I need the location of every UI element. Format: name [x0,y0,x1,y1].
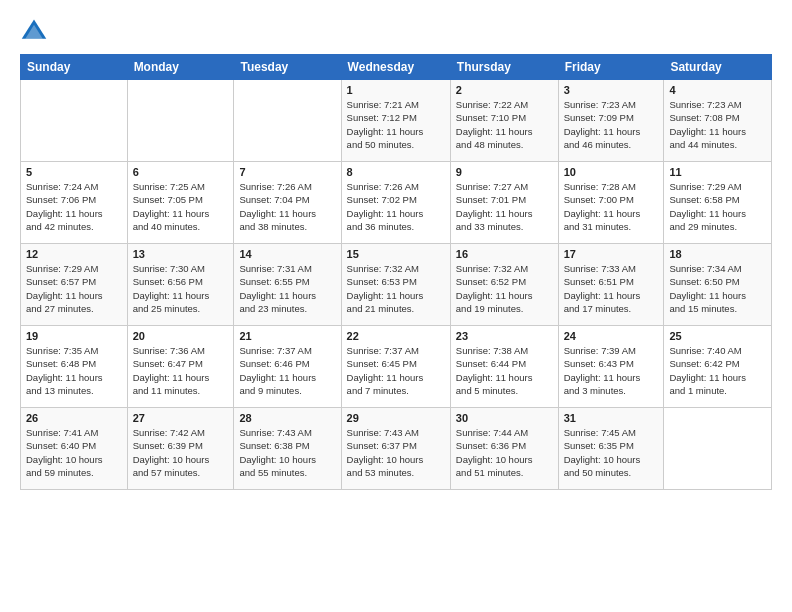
day-number: 19 [26,330,122,342]
day-info: Sunrise: 7:36 AM Sunset: 6:47 PM Dayligh… [133,344,229,397]
calendar-cell: 26Sunrise: 7:41 AM Sunset: 6:40 PM Dayli… [21,408,128,490]
calendar-cell: 29Sunrise: 7:43 AM Sunset: 6:37 PM Dayli… [341,408,450,490]
day-info: Sunrise: 7:38 AM Sunset: 6:44 PM Dayligh… [456,344,553,397]
week-row-2: 5Sunrise: 7:24 AM Sunset: 7:06 PM Daylig… [21,162,772,244]
day-info: Sunrise: 7:24 AM Sunset: 7:06 PM Dayligh… [26,180,122,233]
calendar-cell: 30Sunrise: 7:44 AM Sunset: 6:36 PM Dayli… [450,408,558,490]
weekday-header-row: SundayMondayTuesdayWednesdayThursdayFrid… [21,55,772,80]
day-info: Sunrise: 7:39 AM Sunset: 6:43 PM Dayligh… [564,344,659,397]
calendar-cell: 18Sunrise: 7:34 AM Sunset: 6:50 PM Dayli… [664,244,772,326]
calendar-cell: 4Sunrise: 7:23 AM Sunset: 7:08 PM Daylig… [664,80,772,162]
week-row-4: 19Sunrise: 7:35 AM Sunset: 6:48 PM Dayli… [21,326,772,408]
calendar-cell: 2Sunrise: 7:22 AM Sunset: 7:10 PM Daylig… [450,80,558,162]
day-number: 28 [239,412,335,424]
calendar-cell: 21Sunrise: 7:37 AM Sunset: 6:46 PM Dayli… [234,326,341,408]
calendar-cell: 22Sunrise: 7:37 AM Sunset: 6:45 PM Dayli… [341,326,450,408]
logo-icon [20,16,48,44]
calendar-cell: 13Sunrise: 7:30 AM Sunset: 6:56 PM Dayli… [127,244,234,326]
calendar-cell: 20Sunrise: 7:36 AM Sunset: 6:47 PM Dayli… [127,326,234,408]
day-info: Sunrise: 7:28 AM Sunset: 7:00 PM Dayligh… [564,180,659,233]
calendar-cell: 8Sunrise: 7:26 AM Sunset: 7:02 PM Daylig… [341,162,450,244]
day-number: 29 [347,412,445,424]
day-info: Sunrise: 7:26 AM Sunset: 7:02 PM Dayligh… [347,180,445,233]
day-info: Sunrise: 7:42 AM Sunset: 6:39 PM Dayligh… [133,426,229,479]
weekday-header-wednesday: Wednesday [341,55,450,80]
day-number: 24 [564,330,659,342]
calendar-cell: 5Sunrise: 7:24 AM Sunset: 7:06 PM Daylig… [21,162,128,244]
day-info: Sunrise: 7:35 AM Sunset: 6:48 PM Dayligh… [26,344,122,397]
day-info: Sunrise: 7:23 AM Sunset: 7:09 PM Dayligh… [564,98,659,151]
calendar-cell: 9Sunrise: 7:27 AM Sunset: 7:01 PM Daylig… [450,162,558,244]
day-info: Sunrise: 7:32 AM Sunset: 6:52 PM Dayligh… [456,262,553,315]
calendar-cell: 24Sunrise: 7:39 AM Sunset: 6:43 PM Dayli… [558,326,664,408]
day-info: Sunrise: 7:23 AM Sunset: 7:08 PM Dayligh… [669,98,766,151]
day-info: Sunrise: 7:37 AM Sunset: 6:46 PM Dayligh… [239,344,335,397]
day-number: 9 [456,166,553,178]
day-number: 2 [456,84,553,96]
day-info: Sunrise: 7:27 AM Sunset: 7:01 PM Dayligh… [456,180,553,233]
day-info: Sunrise: 7:34 AM Sunset: 6:50 PM Dayligh… [669,262,766,315]
calendar-table: SundayMondayTuesdayWednesdayThursdayFrid… [20,54,772,490]
day-number: 26 [26,412,122,424]
weekday-header-monday: Monday [127,55,234,80]
calendar-cell: 11Sunrise: 7:29 AM Sunset: 6:58 PM Dayli… [664,162,772,244]
day-info: Sunrise: 7:21 AM Sunset: 7:12 PM Dayligh… [347,98,445,151]
day-number: 3 [564,84,659,96]
day-number: 31 [564,412,659,424]
day-info: Sunrise: 7:30 AM Sunset: 6:56 PM Dayligh… [133,262,229,315]
calendar-cell: 15Sunrise: 7:32 AM Sunset: 6:53 PM Dayli… [341,244,450,326]
day-info: Sunrise: 7:33 AM Sunset: 6:51 PM Dayligh… [564,262,659,315]
calendar-cell: 16Sunrise: 7:32 AM Sunset: 6:52 PM Dayli… [450,244,558,326]
weekday-header-thursday: Thursday [450,55,558,80]
weekday-header-sunday: Sunday [21,55,128,80]
calendar-cell: 25Sunrise: 7:40 AM Sunset: 6:42 PM Dayli… [664,326,772,408]
weekday-header-friday: Friday [558,55,664,80]
day-info: Sunrise: 7:26 AM Sunset: 7:04 PM Dayligh… [239,180,335,233]
day-number: 5 [26,166,122,178]
day-info: Sunrise: 7:31 AM Sunset: 6:55 PM Dayligh… [239,262,335,315]
calendar-cell [127,80,234,162]
calendar-cell: 23Sunrise: 7:38 AM Sunset: 6:44 PM Dayli… [450,326,558,408]
page: SundayMondayTuesdayWednesdayThursdayFrid… [0,0,792,612]
day-number: 6 [133,166,229,178]
calendar-cell [21,80,128,162]
day-number: 7 [239,166,335,178]
calendar-cell: 31Sunrise: 7:45 AM Sunset: 6:35 PM Dayli… [558,408,664,490]
calendar-cell: 14Sunrise: 7:31 AM Sunset: 6:55 PM Dayli… [234,244,341,326]
day-info: Sunrise: 7:25 AM Sunset: 7:05 PM Dayligh… [133,180,229,233]
day-number: 15 [347,248,445,260]
day-number: 10 [564,166,659,178]
week-row-5: 26Sunrise: 7:41 AM Sunset: 6:40 PM Dayli… [21,408,772,490]
calendar-cell: 3Sunrise: 7:23 AM Sunset: 7:09 PM Daylig… [558,80,664,162]
calendar-cell: 10Sunrise: 7:28 AM Sunset: 7:00 PM Dayli… [558,162,664,244]
calendar-cell [234,80,341,162]
day-number: 27 [133,412,229,424]
calendar-cell: 27Sunrise: 7:42 AM Sunset: 6:39 PM Dayli… [127,408,234,490]
calendar-cell: 1Sunrise: 7:21 AM Sunset: 7:12 PM Daylig… [341,80,450,162]
day-info: Sunrise: 7:22 AM Sunset: 7:10 PM Dayligh… [456,98,553,151]
day-number: 8 [347,166,445,178]
day-number: 23 [456,330,553,342]
calendar-cell: 12Sunrise: 7:29 AM Sunset: 6:57 PM Dayli… [21,244,128,326]
day-number: 18 [669,248,766,260]
day-info: Sunrise: 7:37 AM Sunset: 6:45 PM Dayligh… [347,344,445,397]
calendar-cell: 19Sunrise: 7:35 AM Sunset: 6:48 PM Dayli… [21,326,128,408]
day-info: Sunrise: 7:43 AM Sunset: 6:37 PM Dayligh… [347,426,445,479]
calendar-cell: 28Sunrise: 7:43 AM Sunset: 6:38 PM Dayli… [234,408,341,490]
day-number: 20 [133,330,229,342]
day-info: Sunrise: 7:29 AM Sunset: 6:57 PM Dayligh… [26,262,122,315]
day-info: Sunrise: 7:32 AM Sunset: 6:53 PM Dayligh… [347,262,445,315]
calendar-cell: 17Sunrise: 7:33 AM Sunset: 6:51 PM Dayli… [558,244,664,326]
day-info: Sunrise: 7:29 AM Sunset: 6:58 PM Dayligh… [669,180,766,233]
day-info: Sunrise: 7:44 AM Sunset: 6:36 PM Dayligh… [456,426,553,479]
logo [20,16,50,44]
calendar-cell [664,408,772,490]
weekday-header-saturday: Saturday [664,55,772,80]
day-number: 25 [669,330,766,342]
day-info: Sunrise: 7:45 AM Sunset: 6:35 PM Dayligh… [564,426,659,479]
calendar-cell: 6Sunrise: 7:25 AM Sunset: 7:05 PM Daylig… [127,162,234,244]
week-row-1: 1Sunrise: 7:21 AM Sunset: 7:12 PM Daylig… [21,80,772,162]
day-number: 30 [456,412,553,424]
day-number: 12 [26,248,122,260]
day-number: 22 [347,330,445,342]
